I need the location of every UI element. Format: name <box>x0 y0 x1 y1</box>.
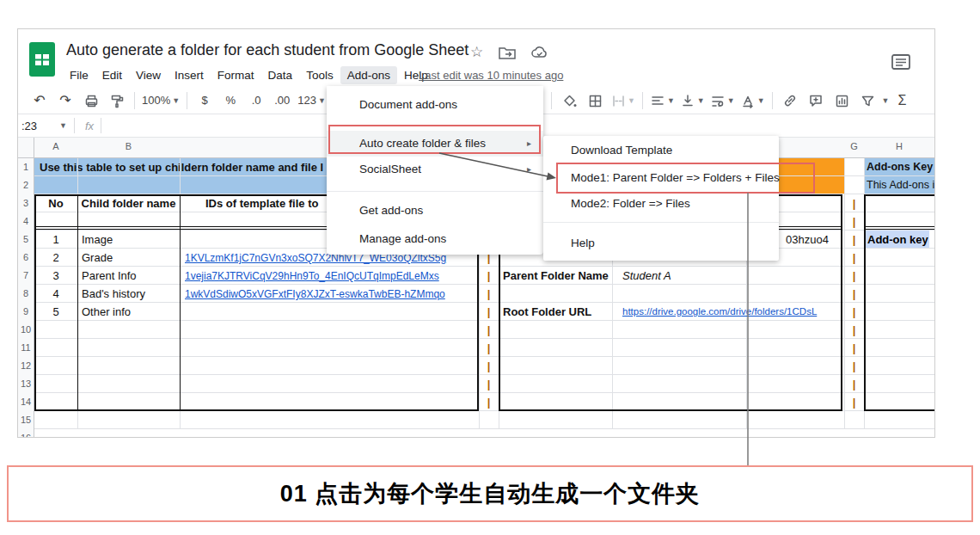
menu-format[interactable]: Format <box>211 66 261 84</box>
caption-text: 01 点击为每个学生自动生成一个文件夹 <box>280 478 701 509</box>
redo-icon[interactable]: ↷ <box>55 90 76 111</box>
merge-cells-icon[interactable]: ▼ <box>610 90 635 111</box>
menu-item-get-add-ons[interactable]: Get add-ons <box>327 198 543 224</box>
name-box[interactable]: :23 <box>18 120 58 132</box>
cell-parent-folder-label[interactable]: Parent Folder Name <box>503 267 612 285</box>
header-child-folder-name[interactable]: Child folder name <box>77 194 180 212</box>
menu-add-ons[interactable]: Add-ons <box>340 66 397 84</box>
star-icon[interactable]: ☆ <box>470 43 483 61</box>
filter-views-caret[interactable]: ▼ <box>882 96 890 105</box>
row-number[interactable]: 7 <box>18 267 34 285</box>
separator-bar: | <box>479 339 499 357</box>
text-wrap-icon[interactable]: ▼ <box>710 90 735 111</box>
cell-no[interactable]: 2 <box>34 249 77 267</box>
row-number[interactable]: 3 <box>18 194 34 212</box>
cell-no[interactable]: 1 <box>34 231 77 249</box>
separator-bar: | <box>479 357 499 375</box>
horizontal-align-icon[interactable]: ▼ <box>650 90 675 111</box>
menu-item-auto-create-folder[interactable]: Auto create folder & files▸ <box>327 131 543 157</box>
column-header-h[interactable]: H <box>864 141 934 151</box>
row-number[interactable]: 16 <box>18 429 34 438</box>
format-percent-icon[interactable]: % <box>220 90 241 111</box>
row-number[interactable]: 8 <box>18 285 34 303</box>
row-number[interactable]: 14 <box>18 393 34 411</box>
cell-no[interactable]: 4 <box>34 285 77 303</box>
cell-template-id-link[interactable]: 1wkVdSdiwO5xVGFxtFIy8XJZxT-eswkaTwbEB-hZ… <box>185 286 477 304</box>
last-edit-link[interactable]: Last edit was 10 minutes ago <box>419 69 563 82</box>
row-number[interactable]: 12 <box>18 357 34 375</box>
column-header-a[interactable]: A <box>34 141 77 151</box>
move-folder-icon[interactable] <box>498 45 517 60</box>
cloud-status-icon[interactable] <box>530 45 551 60</box>
insert-comment-icon[interactable] <box>805 90 826 111</box>
header-no[interactable]: No <box>34 194 77 212</box>
text-rotation-icon[interactable]: ▼ <box>740 90 765 111</box>
cell-root-url-label[interactable]: Root Folder URL <box>503 303 612 321</box>
menu-item-manage-add-ons[interactable]: Manage add-ons <box>327 226 543 252</box>
menu-view[interactable]: View <box>129 66 168 84</box>
submenu-arrow-icon: ▸ <box>527 131 531 157</box>
document-title[interactable]: Auto generate a folder for each student … <box>66 41 469 59</box>
cell-parent-folder-value[interactable]: Student A <box>622 267 743 285</box>
cell-folder-name[interactable]: Other info <box>82 303 178 321</box>
functions-icon[interactable]: Σ <box>892 90 913 111</box>
borders-icon[interactable] <box>585 90 605 111</box>
menu-item-document-add-ons[interactable]: Document add-ons <box>327 92 543 118</box>
cell-no[interactable]: 3 <box>34 267 77 285</box>
menu-divider <box>327 191 543 192</box>
filter-icon[interactable] <box>857 90 878 111</box>
menu-data[interactable]: Data <box>261 66 300 84</box>
cell-folder-name[interactable]: Image <box>82 231 178 249</box>
paint-format-icon[interactable] <box>107 90 127 111</box>
submenu-item-help[interactable]: Help <box>543 231 779 256</box>
cell-root-url-link[interactable]: https://drive.google.com/drive/folders/1… <box>622 304 841 322</box>
row-number[interactable]: 1 <box>18 158 34 176</box>
row-number[interactable]: 9 <box>18 303 34 321</box>
print-icon[interactable] <box>81 90 101 111</box>
insert-link-icon[interactable] <box>780 90 800 111</box>
increase-decimal-icon[interactable]: .00 <box>272 90 292 111</box>
zoom-select[interactable]: 100%▼ <box>142 90 180 111</box>
separator-bar: | <box>479 285 499 303</box>
insert-chart-icon[interactable] <box>831 90 852 111</box>
decrease-decimal-icon[interactable]: .0 <box>246 90 266 111</box>
menu-file[interactable]: File <box>63 66 95 84</box>
row-number[interactable]: 11 <box>18 339 34 357</box>
row-number[interactable]: 10 <box>18 321 34 339</box>
undo-icon[interactable]: ↶ <box>29 90 50 111</box>
menu-edit[interactable]: Edit <box>95 66 129 84</box>
cell-template-id-link[interactable]: 1vejia7KJTRViCqV29hHn9To_4EnIQcUTqImpEdL… <box>185 268 477 286</box>
separator-bar: | <box>844 321 864 339</box>
name-box-caret[interactable]: ▼ <box>59 121 67 130</box>
toolbar-divider <box>642 92 643 109</box>
row-number[interactable]: 4 <box>18 212 34 231</box>
separator-bar: | <box>479 321 499 339</box>
menu-insert[interactable]: Insert <box>168 66 211 84</box>
more-formats-icon[interactable]: 123▼ <box>297 90 326 111</box>
row-number[interactable]: 2 <box>18 176 34 194</box>
submenu-item-download-template[interactable]: Download Template <box>543 138 779 163</box>
comment-history-icon[interactable] <box>891 53 913 72</box>
row-number[interactable]: 13 <box>18 375 34 393</box>
column-header-g[interactable]: G <box>844 141 864 151</box>
separator-bar: | <box>844 212 864 231</box>
cell-folder-name[interactable]: Bad's history <box>82 285 178 303</box>
cell-folder-name[interactable]: Grade <box>82 249 178 267</box>
vertical-align-icon[interactable]: ▼ <box>680 90 705 111</box>
submenu-item-mode2[interactable]: Mode2: Folder => Files <box>543 191 779 217</box>
column-header-b[interactable]: B <box>77 141 180 151</box>
menu-item-socialsheet[interactable]: SocialSheet▸ <box>327 157 543 182</box>
submenu-item-mode1[interactable]: Mode1: Parent Folder => Folders + Files <box>543 165 779 191</box>
menu-tools[interactable]: Tools <box>299 66 340 84</box>
separator-bar: | <box>479 393 499 411</box>
cell-folder-name[interactable]: Parent Info <box>82 267 178 285</box>
fill-color-icon[interactable] <box>559 90 579 111</box>
select-all-corner[interactable] <box>18 138 34 158</box>
cell-no[interactable]: 5 <box>34 303 77 321</box>
row-numbers: 12345678910111213141516 <box>18 158 34 437</box>
separator-bar: | <box>844 375 864 393</box>
row-number[interactable]: 5 <box>18 231 34 249</box>
row-number[interactable]: 15 <box>18 411 34 429</box>
format-currency-icon[interactable]: $ <box>194 90 215 111</box>
row-number[interactable]: 6 <box>18 249 34 267</box>
